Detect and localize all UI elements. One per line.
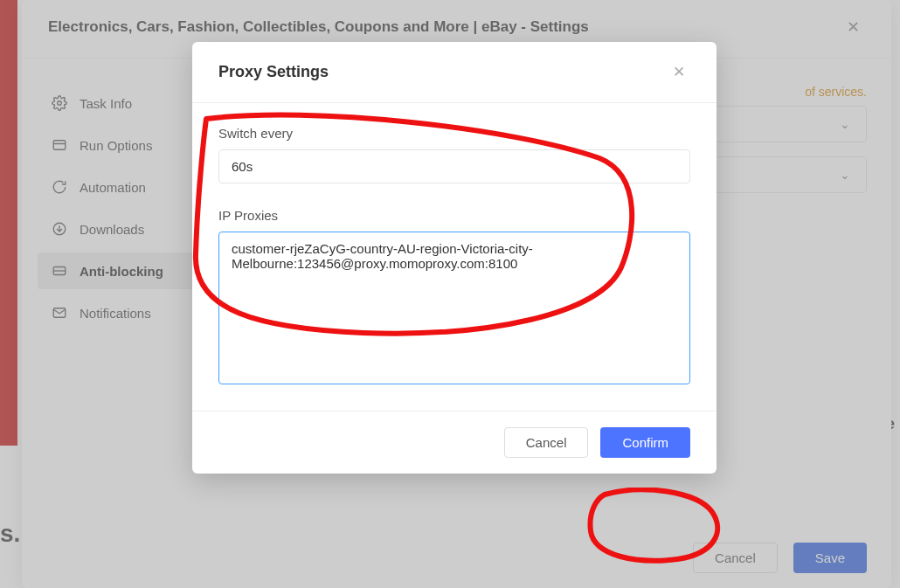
settings-save-button[interactable]: Save	[793, 543, 867, 573]
ip-proxies-textarea[interactable]: customer-rjeZaCyG-country-AU-region-Vict…	[218, 232, 690, 384]
close-icon: ✕	[847, 18, 860, 36]
svg-point-0	[58, 101, 62, 106]
download-icon	[52, 221, 67, 237]
sidebar-item-label: Automation	[80, 180, 146, 195]
chevron-down-icon: ⌄	[840, 117, 850, 131]
shield-icon	[52, 263, 67, 279]
proxy-settings-modal: Proxy Settings ✕ Switch every IP Proxies…	[192, 42, 717, 474]
svg-rect-1	[53, 141, 66, 150]
sidebar-item-label: Anti-blocking	[80, 264, 163, 279]
sidebar-item-label: Task Info	[80, 96, 132, 111]
gear-icon	[52, 95, 67, 111]
switch-every-label: Switch every	[218, 126, 690, 141]
refresh-icon	[52, 179, 67, 195]
sidebar-item-label: Downloads	[80, 222, 144, 237]
modal-body: Switch every IP Proxies customer-rjeZaCy…	[192, 103, 717, 411]
background-red-stripe	[0, 0, 17, 446]
mail-icon	[52, 305, 67, 321]
modal-footer: Cancel Confirm	[192, 411, 717, 474]
background-text-fragment: s.	[0, 520, 20, 548]
modal-title: Proxy Settings	[218, 63, 329, 81]
modal-confirm-button[interactable]: Confirm	[600, 427, 690, 458]
settings-cancel-button[interactable]: Cancel	[693, 543, 778, 573]
settings-title: Electronics, Cars, Fashion, Collectibles…	[48, 18, 589, 36]
list-icon	[52, 137, 67, 153]
settings-close-button[interactable]: ✕	[841, 16, 865, 38]
sidebar-item-label: Notifications	[80, 306, 151, 321]
modal-cancel-button[interactable]: Cancel	[504, 427, 589, 458]
sidebar-item-label: Run Options	[80, 138, 152, 153]
switch-every-input[interactable]	[218, 149, 690, 183]
chevron-down-icon: ⌄	[840, 168, 850, 182]
ip-proxies-label: IP Proxies	[218, 208, 690, 223]
settings-footer: Cancel Save	[693, 543, 867, 573]
close-icon: ✕	[673, 64, 685, 80]
modal-close-button[interactable]: ✕	[668, 61, 690, 83]
modal-header: Proxy Settings ✕	[192, 42, 717, 103]
